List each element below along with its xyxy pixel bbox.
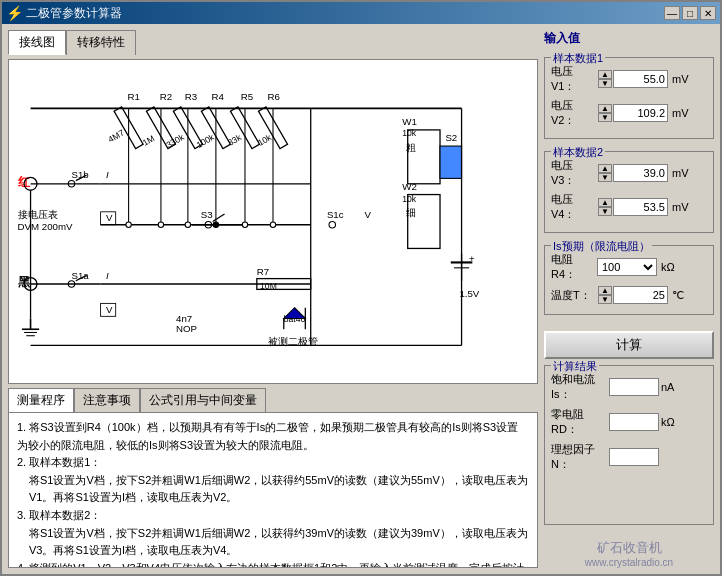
window-title: 二极管参数计算器	[26, 5, 664, 22]
svg-text:R6: R6	[268, 91, 280, 102]
svg-text:R5: R5	[241, 91, 253, 102]
rd-result-label: 零电阻RD：	[551, 407, 607, 437]
tab-formula[interactable]: 公式引用与中间变量	[140, 388, 266, 412]
svg-text:10k: 10k	[402, 128, 417, 138]
v1-down[interactable]: ▼	[598, 79, 612, 88]
v4-spinner[interactable]: ▲ ▼	[598, 198, 612, 216]
svg-text:细: 细	[406, 207, 416, 218]
svg-text:V: V	[106, 213, 113, 224]
v1-up[interactable]: ▲	[598, 70, 612, 79]
v2-row: 电压V2： ▲ ▼ mV	[551, 98, 707, 128]
v3-up[interactable]: ▲	[598, 164, 612, 173]
v2-spinner[interactable]: ▲ ▼	[598, 104, 612, 122]
result-title: 计算结果	[551, 359, 599, 374]
svg-text:R4: R4	[212, 91, 225, 102]
is-result-row: 饱和电流Is： nA	[551, 372, 707, 402]
svg-point-93	[242, 222, 247, 227]
tab-circuit[interactable]: 接线图	[8, 30, 66, 55]
main-window: ⚡ 二极管参数计算器 — □ ✕ 接线图 转移特性	[0, 0, 722, 576]
svg-text:接电压表: 接电压表	[18, 209, 58, 220]
temp-spinner[interactable]: ▲ ▼	[598, 286, 612, 304]
minimize-button[interactable]: —	[664, 6, 680, 20]
v4-down[interactable]: ▼	[598, 207, 612, 216]
left-panel: 接线图 转移特性 R1 R2 R3 R4 R5	[8, 30, 538, 568]
svg-text:NOP: NOP	[176, 323, 197, 334]
is-result-input[interactable]	[609, 378, 659, 396]
is-label: Is预期（限流电阻）	[551, 239, 652, 254]
maximize-button[interactable]: □	[682, 6, 698, 20]
svg-text:W2: W2	[402, 181, 417, 192]
svg-text:S1c: S1c	[327, 209, 344, 220]
result-section: 计算结果 饱和电流Is： nA 零电阻RD： kΩ 理想因子N：	[544, 365, 714, 525]
v2-up[interactable]: ▲	[598, 104, 612, 113]
v3-unit: mV	[672, 167, 694, 179]
temp-row: 温度T： ▲ ▼ ℃	[551, 286, 707, 304]
v2-down[interactable]: ▼	[598, 113, 612, 122]
v2-label: 电压V2：	[551, 98, 593, 128]
v1-label: 电压V1：	[551, 64, 593, 94]
v1-input[interactable]	[613, 70, 668, 88]
r4-unit: kΩ	[661, 261, 683, 273]
proc-step-2-title: 2. 取样本数据1：	[17, 454, 529, 472]
r4-select[interactable]: 100 330 33 10 1000	[597, 258, 657, 276]
tab-procedure[interactable]: 测量程序	[8, 388, 74, 412]
v3-down[interactable]: ▼	[598, 173, 612, 182]
v3-input[interactable]	[613, 164, 668, 182]
proc-step-1: 1. 将S3设置到R4（100k）档，以预期具有有等于Is的二极管，如果预期二极…	[17, 419, 529, 454]
svg-text:W1: W1	[402, 116, 417, 127]
title-bar: ⚡ 二极管参数计算器 — □ ✕	[2, 2, 720, 24]
is-result-unit: nA	[661, 381, 683, 393]
v4-unit: mV	[672, 201, 694, 213]
v1-spinner[interactable]: ▲ ▼	[598, 70, 612, 88]
svg-text:1.5V: 1.5V	[459, 288, 479, 299]
svg-point-89	[126, 222, 131, 227]
tab-notes[interactable]: 注意事项	[74, 388, 140, 412]
svg-text:R2: R2	[160, 91, 172, 102]
svg-text:I: I	[106, 270, 109, 281]
svg-text:I: I	[106, 169, 109, 180]
temp-input[interactable]	[613, 286, 668, 304]
temp-down[interactable]: ▼	[598, 295, 612, 304]
proc-step-2: 将S1设置为V档，按下S2并粗调W1后细调W2，以获得约55mV的读数（建议为5…	[29, 472, 529, 507]
svg-point-92	[213, 222, 218, 227]
top-tab-bar: 接线图 转移特性	[8, 30, 538, 55]
close-button[interactable]: ✕	[700, 6, 716, 20]
tab-transfer[interactable]: 转移特性	[66, 30, 136, 55]
svg-text:10k: 10k	[402, 194, 417, 204]
v2-unit: mV	[672, 107, 694, 119]
v4-input[interactable]	[613, 198, 668, 216]
temp-up[interactable]: ▲	[598, 286, 612, 295]
svg-point-91	[185, 222, 190, 227]
proc-step-3: 将S1设置为V档，按下S2并粗调W1后细调W2，以获得约39mV的读数（建议为3…	[29, 525, 529, 560]
right-panel: 输入值 样本数据1 电压V1： ▲ ▼ mV 电压	[544, 30, 714, 568]
svg-text:R7: R7	[257, 266, 269, 277]
circuit-svg: R1 R2 R3 R4 R5 R6 4M7 1M	[9, 60, 537, 383]
svg-text:R1: R1	[128, 91, 140, 102]
svg-rect-58	[440, 146, 462, 178]
bottom-tabs-area: 测量程序 注意事项 公式引用与中间变量 输入值 1. 将S3设置到R4（100k…	[8, 388, 538, 568]
temp-label: 温度T：	[551, 288, 593, 303]
v1-row: 电压V1： ▲ ▼ mV	[551, 64, 707, 94]
n-result-label: 理想因子N：	[551, 442, 607, 472]
app-icon: ⚡	[6, 5, 22, 21]
v2-input[interactable]	[613, 104, 668, 122]
rd-result-row: 零电阻RD： kΩ	[551, 407, 707, 437]
n-result-row: 理想因子N：	[551, 442, 707, 472]
svg-text:R3: R3	[185, 91, 197, 102]
calc-button[interactable]: 计算	[544, 331, 714, 359]
rd-result-unit: kΩ	[661, 416, 683, 428]
bottom-tab-bar: 测量程序 注意事项 公式引用与中间变量	[8, 388, 538, 412]
v3-label: 电压V3：	[551, 158, 593, 188]
n-result-input[interactable]	[609, 448, 659, 466]
watermark-url: www.crystalradio.cn	[544, 557, 714, 568]
content-area: 接线图 转移特性 R1 R2 R3 R4 R5	[2, 24, 720, 574]
svg-point-90	[158, 222, 163, 227]
procedure-content: 输入值 1. 将S3设置到R4（100k）档，以预期具有有等于Is的二极管，如果…	[8, 412, 538, 568]
v1-unit: mV	[672, 73, 694, 85]
input-title: 输入值	[544, 30, 714, 47]
proc-step-4: 4. 将测到的V1、V2、V3和V4电压依次输入右边的样本数据框1和2中，再输入…	[17, 560, 529, 568]
v3-spinner[interactable]: ▲ ▼	[598, 164, 612, 182]
rd-result-input[interactable]	[609, 413, 659, 431]
svg-text:10M: 10M	[260, 281, 277, 291]
v4-up[interactable]: ▲	[598, 198, 612, 207]
